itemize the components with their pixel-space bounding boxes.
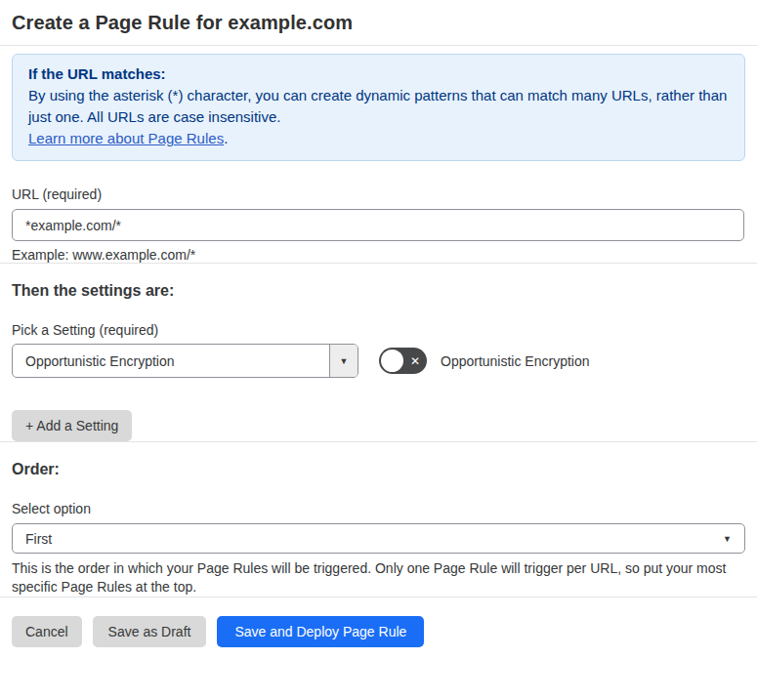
footer-actions: Cancel Save as Draft Save and Deploy Pag… [12, 616, 745, 647]
chevron-down-icon: ▼ [723, 534, 732, 544]
toggle-label: Opportunistic Encryption [441, 353, 590, 369]
header-divider [0, 45, 757, 46]
link-suffix: . [224, 130, 228, 146]
order-select[interactable]: First ▼ [12, 523, 745, 554]
select-option-label: Select option [12, 501, 745, 516]
info-box-link-line: Learn more about Page Rules. [28, 128, 729, 149]
toggle-off-x-icon: ✕ [403, 355, 427, 367]
toggle-knob [381, 350, 403, 372]
info-box-heading: If the URL matches: [28, 63, 729, 85]
add-setting-button[interactable]: + Add a Setting [12, 410, 132, 441]
footer-divider [0, 597, 757, 597]
url-label: URL (required) [12, 186, 745, 202]
save-and-deploy-button[interactable]: Save and Deploy Page Rule [217, 616, 424, 647]
setting-row: Opportunistic Encryption ▼ ✕ Opportunist… [12, 344, 745, 378]
learn-more-link[interactable]: Learn more about Page Rules [28, 130, 224, 146]
order-heading: Order: [12, 461, 745, 478]
section-divider [0, 263, 757, 264]
url-input[interactable] [12, 209, 744, 241]
setting-dropdown-value: Opportunistic Encryption [13, 345, 329, 377]
chevron-down-icon[interactable]: ▼ [329, 345, 357, 377]
url-matches-info-box: If the URL matches: By using the asteris… [12, 54, 745, 161]
settings-heading: Then the settings are: [12, 282, 745, 300]
url-example-text: Example: www.example.com/* [12, 247, 745, 263]
create-page-rule-form: Create a Page Rule for example.com If th… [0, 0, 757, 662]
info-box-body: By using the asterisk (*) character, you… [28, 85, 729, 128]
order-helper-text: This is the order in which your Page Rul… [12, 559, 739, 597]
cancel-button[interactable]: Cancel [12, 616, 82, 647]
page-title: Create a Page Rule for example.com [12, 12, 745, 34]
setting-dropdown[interactable]: Opportunistic Encryption ▼ [12, 344, 358, 378]
opportunistic-encryption-toggle[interactable]: ✕ [379, 348, 427, 374]
save-as-draft-button[interactable]: Save as Draft [93, 616, 207, 647]
order-select-value: First [25, 531, 52, 547]
section-divider [0, 441, 757, 442]
pick-setting-label: Pick a Setting (required) [12, 322, 745, 338]
